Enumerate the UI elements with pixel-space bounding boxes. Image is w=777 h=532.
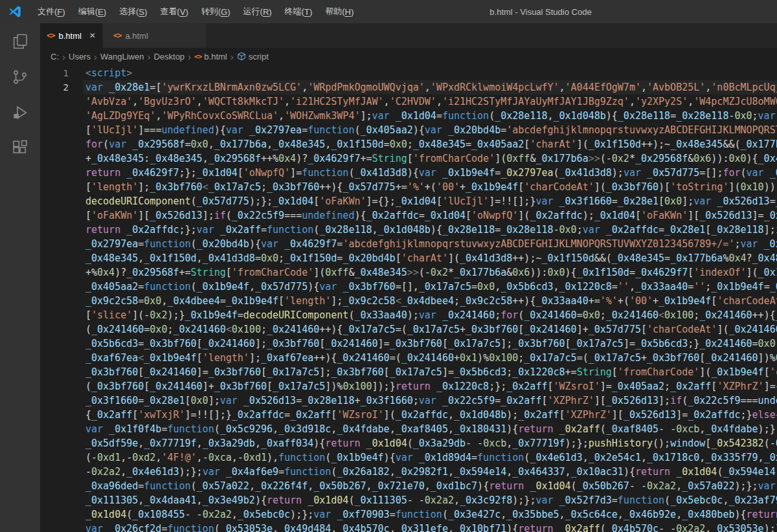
code-line[interactable]: _0x2797ea=function(_0x20bd4b){var _0x462… [40,237,777,251]
code-line[interactable]: return _0x4629f7;};_0x1d04['oNwpfQ']=fun… [40,166,777,180]
code-line-text[interactable]: _0x1d04(_0x108455- -0x2a2,_0x5ebc0c);};v… [83,507,777,522]
close-icon[interactable]: ✕ [89,31,96,40]
chevron-right-icon: › [62,52,65,61]
code-line[interactable]: -0x2a2,_0x4e61d3);};var _0x4af6e9=functi… [40,465,777,479]
breadcrumb-item-bhtml[interactable]: <>b.html [194,52,227,61]
code-line[interactable]: 2var _0x28e1=['ywrKrxzLBNrmAxn0zw5LCG','… [40,80,777,94]
breadcrumb-item-C[interactable]: C: [51,52,59,61]
menu-item[interactable]: 帮助(H) [319,0,360,23]
code-line-text[interactable]: _0x5b6cd3=_0x3bf760[_0x241460];_0x3bf760… [83,337,777,351]
files-icon[interactable] [10,31,30,52]
menu-item[interactable]: 文件(F) [31,0,72,23]
code-line-text[interactable]: (_0x241460=0x0;_0x241460<0x100;_0x241460… [83,322,777,337]
extensions-icon[interactable] [10,138,30,159]
code-line[interactable]: _0xa96ded=function(_0x57a022,_0x226f4f,_… [40,479,777,493]
run-debug-icon[interactable] [10,102,30,123]
editor-column: <>b.html✕<>a.html C:›Users›WangLiwen›Des… [40,23,777,532]
code-line[interactable]: _0x405aa2=function(_0x1b9e4f,_0x57d775){… [40,280,777,294]
line-number [40,265,83,280]
breadcrumb-label: b.html [204,52,227,61]
tab-b.html[interactable]: <>b.html✕ [40,23,103,48]
code-line-text[interactable]: (_0x3bf760[_0x241460]+_0x3bf760[_0x17a7c… [83,379,777,393]
code-line-text[interactable]: _0x3f1660=_0x28e1[0x0];var _0x526d13=_0x… [83,393,777,408]
code-line[interactable]: 'AgLZDg9YEq','WPyRhCovxCoSWRCLua','WOHZw… [40,109,777,123]
code-line[interactable]: decodeURIComponent(_0x57d775);};_0x1d04[… [40,194,777,208]
code-line[interactable]: +_0x48e345:_0x48e345,_0x29568f++%0x4)?_0… [40,151,777,166]
code-line[interactable]: _0x48e345,_0x1f150d,_0x41d3d8=0x0;_0x1f1… [40,251,777,265]
code-line-text[interactable]: 'AgLZDg9YEq','WPyRhCovxCoSWRCLua','WOHZw… [83,109,777,123]
line-number [40,507,83,522]
menu-item[interactable]: 转到(G) [195,0,237,23]
tab-a.html[interactable]: <>a.html [103,23,207,48]
menu-item[interactable]: 编辑(E) [72,0,113,23]
line-number [40,137,83,151]
line-number [40,450,83,465]
code-line[interactable]: _0x111305,_0x4daa41,_0x3e49b2){return _0… [40,493,777,507]
code-line-text[interactable]: _0xaf67ea<_0x1b9e4f['length'];_0xaf67ea+… [83,351,777,365]
code-line-text[interactable]: _0x9c2c58=0x0,_0x4dbee4=_0x1b9e4f['lengt… [83,294,777,308]
menu-item[interactable]: 运行(R) [237,0,278,23]
code-line[interactable]: _0x3bf760[_0x241460]=_0x3bf760[_0x17a7c5… [40,365,777,379]
breadcrumb-item-Users[interactable]: Users [69,52,91,61]
breadcrumb-item-Desktop[interactable]: Desktop [153,52,185,61]
code-line-text[interactable]: var _0x26cf2d=function(_0x53053e,_0x49d4… [83,522,777,532]
code-line[interactable]: (-0xd1,-0xd2,'4F!@',-0xca,-0xd1),functio… [40,450,777,465]
code-line-text[interactable]: _0x111305,_0x4daa41,_0x3e49b2){return _0… [83,493,777,507]
code-line[interactable]: 1<script> [40,66,777,80]
code-line-text[interactable]: {_0x2aff['xwTxjR']=!![];}_0x2affdc=_0x2a… [83,408,777,422]
code-line[interactable]: var _0x1f0f4b=function(_0x5c9296,_0x3d91… [40,422,777,436]
code-line[interactable]: _0x3f1660=_0x28e1[0x0];var _0x526d13=_0x… [40,393,777,408]
code-line-text[interactable]: ['oFaKWn'][_0x526d13];if(_0x22c5f9===und… [83,208,777,223]
code-line-text[interactable]: return _0x2affdc;};var _0x2aff=function(… [83,223,777,237]
code-line[interactable]: _0x1d04(_0x108455- -0x2a2,_0x5ebc0c);};v… [40,507,777,522]
code-line[interactable]: ['oFaKWn'][_0x526d13];if(_0x22c5f9===und… [40,208,777,223]
code-line[interactable]: ['lUcIjl']===undefined){var _0x2797ea=fu… [40,123,777,137]
code-line[interactable]: return _0x2affdc;};var _0x2aff=function(… [40,223,777,237]
code-line-text[interactable]: +%0x4)?_0x29568f+=String['fromCharCode']… [83,265,777,280]
code-line-text[interactable]: _0xa96ded=function(_0x57a022,_0x226f4f,_… [83,479,777,493]
code-line[interactable]: _0x5b6cd3=_0x3bf760[_0x241460];_0x3bf760… [40,337,777,351]
line-number [40,294,83,308]
code-line-text[interactable]: var _0x1f0f4b=function(_0x5c9296,_0x3d91… [83,422,777,436]
window-title: b.html - Visual Studio Code [490,7,591,17]
menu-item[interactable]: 选择(S) [113,0,153,23]
line-number [40,109,83,123]
breadcrumb-item-WangLiwen[interactable]: WangLiwen [100,52,144,61]
code-line-text[interactable]: _0x405aa2=function(_0x1b9e4f,_0x57d775){… [83,280,777,294]
code-line-text[interactable]: _0x3bf760[_0x241460]=_0x3bf760[_0x17a7c5… [83,365,777,379]
code-line-text[interactable]: ['lUcIjl']===undefined){var _0x2797ea=fu… [83,123,777,137]
code-line-text[interactable]: _0x5df59e,_0x77719f,_0x3a29db,_0xaff034)… [83,436,777,450]
code-line-text[interactable]: decodeURIComponent(_0x57d775);};_0x1d04[… [83,194,777,208]
menu-item[interactable]: 查看(V) [153,0,194,23]
code-line[interactable]: for(var _0x29568f=0x0,_0x177b6a,_0x48e34… [40,137,777,151]
code-line-text[interactable]: ['length'];_0x3bf760<_0x17a7c5;_0x3bf760… [83,180,777,194]
code-line-text[interactable]: var _0x28e1=['ywrKrxzLBNrmAxn0zw5LCG','W… [83,80,777,94]
code-line[interactable]: _0xaf67ea<_0x1b9e4f['length'];_0xaf67ea+… [40,351,777,365]
code-line-text[interactable]: ['slice'](-0x2);}_0x1b9e4f=decodeURIComp… [83,308,777,322]
code-line[interactable]: (_0x3bf760[_0x241460]+_0x3bf760[_0x17a7c… [40,379,777,393]
code-line[interactable]: {_0x2aff['xwTxjR']=!![];}_0x2affdc=_0x2a… [40,408,777,422]
tab-label: b.html [58,31,81,41]
source-control-icon[interactable] [10,67,30,87]
code-line[interactable]: ['slice'](-0x2);}_0x1b9e4f=decodeURIComp… [40,308,777,322]
code-line-text[interactable]: for(var _0x29568f=0x0,_0x177b6a,_0x48e34… [83,137,777,151]
code-line-text[interactable]: _0x2797ea=function(_0x20bd4b){var _0x462… [83,237,777,251]
code-line-text[interactable]: return _0x4629f7;};_0x1d04['oNwpfQ']=fun… [83,166,777,180]
code-line[interactable]: _0x9c2c58=0x0,_0x4dbee4=_0x1b9e4f['lengt… [40,294,777,308]
code-line-text[interactable]: _0x48e345,_0x1f150d,_0x41d3d8=0x0;_0x1f1… [83,251,777,265]
code-line-text[interactable]: <script> [83,66,777,80]
code-line[interactable]: +%0x4)?_0x29568f+=String['fromCharCode']… [40,265,777,280]
code-line-text[interactable]: 'AvbVza','BgvUz3rO','WQCTt8kMkcTJ','i21H… [83,94,777,109]
code-editor[interactable]: 1<script>2var _0x28e1=['ywrKrxzLBNrmAxn0… [40,65,777,532]
breadcrumb-item-script[interactable]: script [237,52,269,61]
code-line[interactable]: (_0x241460=0x0;_0x241460<0x100;_0x241460… [40,322,777,337]
code-line[interactable]: ['length'];_0x3bf760<_0x17a7c5;_0x3bf760… [40,180,777,194]
code-line-text[interactable]: -0x2a2,_0x4e61d3);};var _0x4af6e9=functi… [83,465,777,479]
code-line-text[interactable]: (-0xd1,-0xd2,'4F!@',-0xca,-0xd1),functio… [83,450,777,465]
line-number [40,151,83,166]
menu-item[interactable]: 终端(T) [278,0,319,23]
code-line-text[interactable]: +_0x48e345:_0x48e345,_0x29568f++%0x4)?_0… [83,151,777,166]
code-line[interactable]: _0x5df59e,_0x77719f,_0x3a29db,_0xaff034)… [40,436,777,450]
code-line[interactable]: var _0x26cf2d=function(_0x53053e,_0x49d4… [40,522,777,532]
code-line[interactable]: 'AvbVza','BgvUz3rO','WQCTt8kMkcTJ','i21H… [40,94,777,109]
